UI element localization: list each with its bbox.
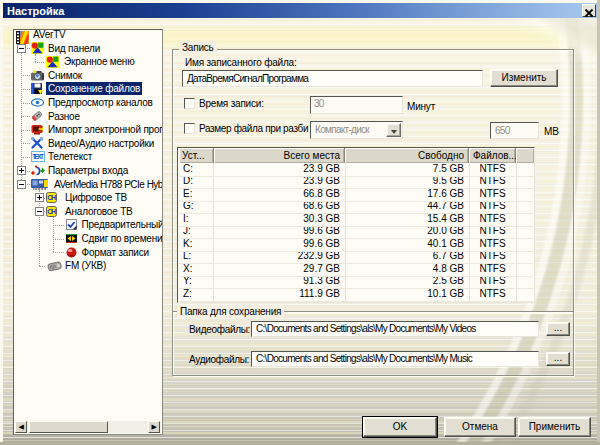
svg-text:CH: CH	[47, 208, 56, 215]
svg-text:TEXT: TEXT	[32, 153, 44, 160]
svg-text:CH: CH	[47, 194, 56, 201]
